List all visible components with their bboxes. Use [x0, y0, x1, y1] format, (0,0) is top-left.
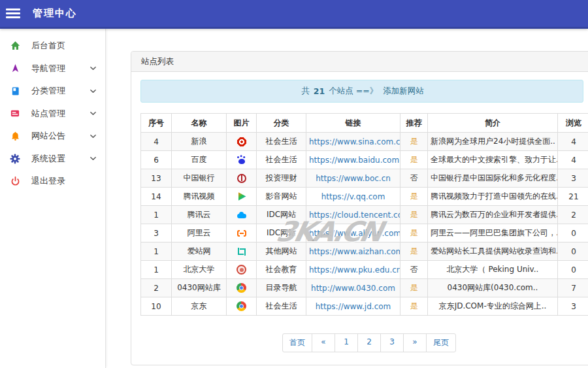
sidebar-item-notice[interactable]: 网站公告	[0, 125, 105, 148]
column-header: 推荐	[400, 114, 428, 133]
cell-category: 社会生活	[257, 133, 306, 151]
cell-intro: 中国银行是中国国际化和多元化程度..	[428, 169, 558, 188]
sidebar-item-settings[interactable]: 系统设置	[0, 148, 105, 171]
cell-views: 3	[558, 169, 588, 188]
sidebar-item-logout[interactable]: 退出登录	[0, 170, 105, 193]
home-icon	[8, 40, 22, 52]
cell-views: 7	[558, 279, 588, 297]
cell-name: 爱站网	[172, 243, 227, 261]
cell-favicon	[227, 297, 257, 316]
cell-recommend: 否	[400, 169, 428, 188]
alert-prefix: 共	[301, 86, 310, 97]
page-button-next[interactable]: »	[403, 333, 427, 352]
page-button-1[interactable]: 1	[335, 333, 358, 352]
page-button-last[interactable]: 尾页	[426, 333, 456, 352]
cell-link: https://cloud.tencent.com	[306, 206, 400, 224]
site-link[interactable]: http://www.0430.com	[311, 284, 395, 293]
cell-id: 14	[141, 188, 172, 206]
cell-views: 3	[558, 297, 588, 316]
page-button-prev[interactable]: «	[312, 333, 335, 352]
cell-link: http://www.0430.com	[306, 279, 400, 297]
site-list-card: 站点列表 共 21 个站点 ==》 添加新网站 序号名称图片分类链接推荐简介浏览…	[131, 51, 588, 365]
cell-favicon	[227, 169, 257, 188]
add-site-link[interactable]: 添加新网站	[383, 86, 424, 97]
pku-favicon	[237, 265, 247, 275]
cell-views: 0	[558, 261, 588, 279]
bell-icon	[8, 130, 22, 142]
site-link[interactable]: https://www.boc.cn	[316, 174, 391, 183]
column-header: 浏览	[558, 114, 588, 133]
table-row: 3阿里云IDC网站https://www.aliyun.com是阿里云——阿里巴…	[141, 224, 588, 243]
sidebar-item-nav[interactable]: 导航管理	[0, 58, 105, 80]
site-link[interactable]: https://www.aizhan.com	[309, 247, 400, 256]
gear-icon	[8, 153, 22, 165]
site-link[interactable]: https://www.sina.com.cn	[309, 137, 400, 146]
cell-link: https://www.sina.com.cn	[306, 133, 400, 151]
cell-link: https://www.pku.edu.cn	[306, 261, 400, 279]
recommend-flag: 否	[410, 173, 418, 182]
cell-recommend: 是	[400, 279, 428, 297]
sidebar-item-label: 站点管理	[31, 108, 65, 120]
cell-id: 6	[141, 151, 172, 169]
chevron-down-icon	[90, 155, 97, 162]
column-header: 链接	[306, 114, 400, 133]
site-link[interactable]: https://www.jd.com	[316, 302, 391, 311]
cell-favicon	[227, 151, 257, 169]
menu-icon[interactable]	[6, 8, 20, 18]
cell-views: 0	[558, 224, 588, 243]
sidebar-item-home[interactable]: 后台首页	[0, 35, 105, 58]
cell-category: 影音网站	[257, 188, 306, 206]
cell-category: 社会生活	[257, 151, 306, 169]
column-header: 分类	[257, 114, 306, 133]
cell-favicon	[227, 243, 257, 261]
card-body: 共 21 个站点 ==》 添加新网站 序号名称图片分类链接推荐简介浏览操作 4新…	[131, 72, 588, 360]
category-icon	[8, 85, 22, 97]
chevron-down-icon	[90, 110, 97, 117]
recommend-flag: 是	[410, 155, 418, 164]
table-row: 1北京大学社会教育https://www.pku.edu.cn否北京大学（ Pe…	[141, 261, 588, 279]
cell-name: 腾讯云	[172, 206, 227, 224]
recommend-flag: 是	[410, 246, 418, 256]
column-header: 简介	[428, 114, 558, 133]
tencent-cloud-favicon	[237, 210, 247, 220]
site-link[interactable]: https://www.baidu.com	[309, 156, 399, 165]
cell-name: 阿里云	[172, 224, 227, 243]
aliyun-favicon	[237, 228, 247, 239]
cell-id: 10	[141, 297, 172, 316]
cell-favicon	[227, 188, 257, 206]
cell-link: https://www.boc.cn	[306, 169, 400, 188]
site-icon	[8, 108, 22, 120]
site-link[interactable]: https://v.qq.com	[321, 192, 385, 201]
cell-category: 投资理财	[257, 169, 306, 188]
tencent-video-favicon	[237, 192, 247, 202]
cell-name: 百度	[172, 151, 227, 169]
site-link[interactable]: https://www.pku.edu.cn	[309, 265, 400, 275]
cell-category: IDC网站	[257, 206, 306, 224]
cell-id: 3	[141, 224, 172, 243]
cell-link: https://www.aizhan.com	[306, 243, 400, 261]
page-button-3[interactable]: 3	[380, 333, 404, 352]
table-row: 13中国银行投资理财https://www.boc.cn否中国银行是中国国际化和…	[141, 169, 588, 188]
cell-recommend: 是	[400, 243, 428, 261]
cell-favicon	[227, 206, 257, 224]
cell-favicon	[227, 224, 257, 243]
page-button-first[interactable]: 首页	[282, 333, 312, 352]
site-count-alert: 共 21 个站点 ==》 添加新网站	[140, 80, 583, 103]
sidebar-item-category[interactable]: 分类管理	[0, 80, 105, 103]
boc-favicon	[237, 173, 247, 184]
cell-intro: 新浪网为全球用户24小时提供全面..	[428, 133, 558, 151]
cell-name: 京东	[172, 297, 227, 316]
cell-id: 2	[141, 279, 172, 297]
page-button-2[interactable]: 2	[357, 333, 381, 352]
cell-recommend: 是	[400, 224, 428, 243]
cell-intro: 爱站网站长工具提供网站收录查询和..	[428, 243, 558, 261]
sidebar-item-site[interactable]: 站点管理	[0, 103, 105, 125]
site-count: 21	[314, 86, 325, 96]
sidebar-item-label: 分类管理	[31, 85, 65, 97]
navigation-icon	[8, 63, 22, 75]
sidebar-item-label: 退出登录	[31, 175, 65, 187]
cell-recommend: 是	[400, 188, 428, 206]
site-link[interactable]: https://cloud.tencent.com	[309, 210, 400, 220]
aizhan-favicon	[237, 246, 247, 257]
site-link[interactable]: https://www.aliyun.com	[309, 229, 400, 238]
